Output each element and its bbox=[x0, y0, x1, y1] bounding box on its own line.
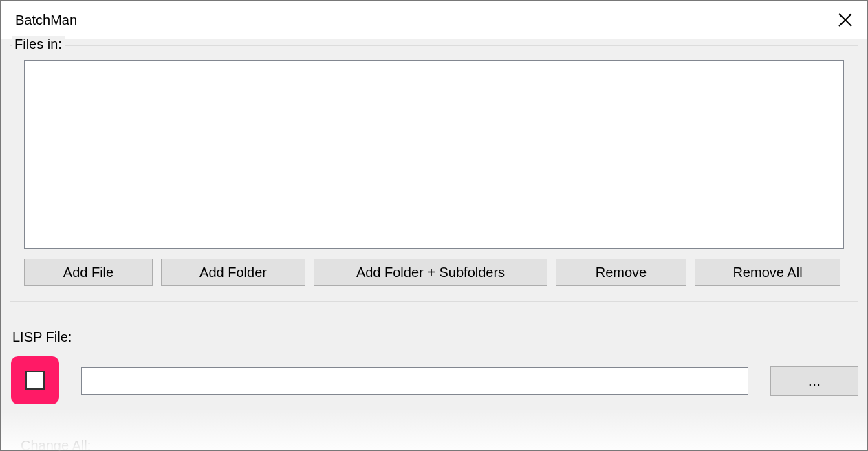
remove-all-button[interactable]: Remove All bbox=[695, 258, 840, 286]
bottom-fade bbox=[1, 408, 867, 450]
remove-button[interactable]: Remove bbox=[556, 258, 686, 286]
lisp-row: ... bbox=[11, 358, 858, 404]
lisp-file-input[interactable] bbox=[81, 367, 748, 395]
files-listbox[interactable] bbox=[24, 60, 844, 249]
window-title: BatchMan bbox=[15, 12, 77, 28]
change-all-label: Change All: bbox=[21, 438, 91, 451]
files-button-row: Add File Add Folder Add Folder + Subfold… bbox=[24, 258, 844, 286]
add-folder-button[interactable]: Add Folder bbox=[161, 258, 305, 286]
files-group-label: Files in: bbox=[12, 36, 65, 52]
titlebar: BatchMan bbox=[1, 1, 867, 38]
add-folder-subfolders-button[interactable]: Add Folder + Subfolders bbox=[314, 258, 547, 286]
lisp-enable-checkbox[interactable] bbox=[25, 371, 45, 390]
add-file-button[interactable]: Add File bbox=[24, 258, 153, 286]
dialog-content: Files in: Add File Add Folder Add Folder… bbox=[1, 38, 867, 450]
close-icon[interactable] bbox=[838, 12, 853, 28]
dialog-window: BatchMan Files in: Add File Add Folder A… bbox=[1, 1, 867, 450]
lisp-browse-button[interactable]: ... bbox=[770, 366, 858, 396]
lisp-section-label: LISP File: bbox=[12, 329, 858, 345]
files-groupbox: Files in: Add File Add Folder Add Folder… bbox=[10, 45, 858, 302]
highlight-box bbox=[11, 356, 59, 404]
